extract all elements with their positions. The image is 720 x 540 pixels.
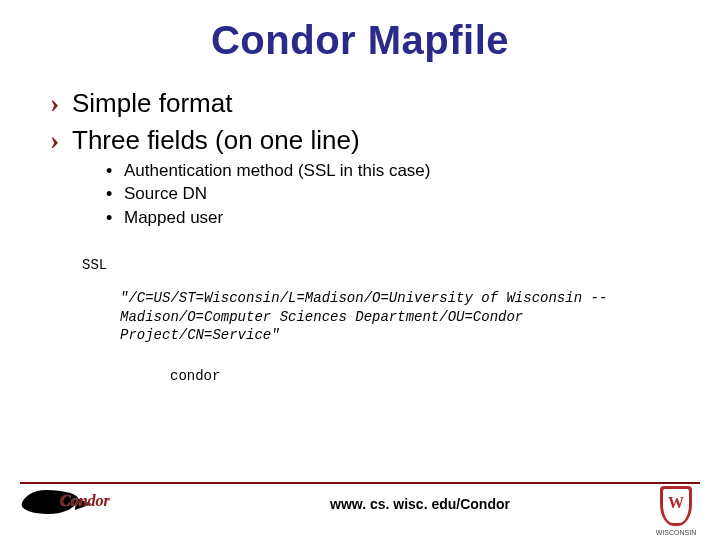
bullet-l1: Three fields (on one line): [50, 124, 680, 157]
condor-logo-text: Condor: [60, 492, 110, 510]
uw-logo-label: WISCONSIN: [646, 529, 706, 536]
example-mapped-user: condor: [50, 367, 680, 386]
bullet-l2: Mapped user: [106, 207, 680, 228]
bullet-l2: Authentication method (SSL in this case): [106, 160, 680, 181]
bullet-l1: Simple format: [50, 87, 680, 120]
example-source-dn: "/C=US/ST=Wisconsin/L=Madison/O=Universi…: [50, 289, 680, 346]
slide-title: Condor Mapfile: [0, 0, 720, 63]
uw-shield-letter: W: [660, 494, 692, 512]
uw-shield-icon: W: [660, 486, 692, 526]
bullet-l2: Source DN: [106, 183, 680, 204]
slide-body: Simple format Three fields (on one line)…: [0, 63, 720, 386]
slide: Condor Mapfile Simple format Three field…: [0, 0, 720, 540]
condor-logo: Condor: [22, 488, 132, 522]
uw-logo: W: [660, 486, 692, 526]
footer-divider: [20, 482, 700, 484]
example-ssl-method: SSL: [50, 256, 680, 275]
